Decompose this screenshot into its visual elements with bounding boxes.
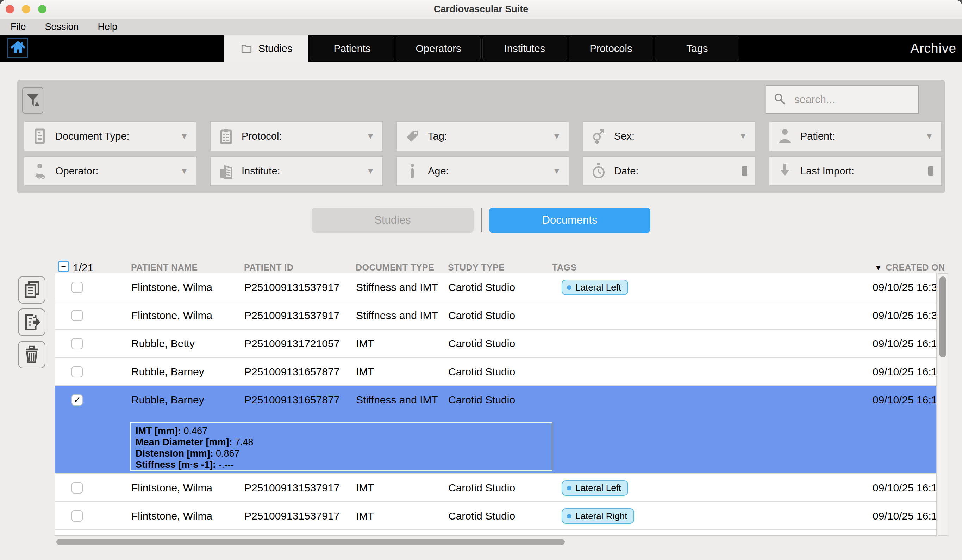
column-tags[interactable]: TAGS xyxy=(552,262,577,273)
column-study-type[interactable]: STUDY TYPE xyxy=(448,262,505,273)
row-checkbox[interactable] xyxy=(71,366,83,377)
copy-documents-icon xyxy=(22,280,41,300)
column-patient-name[interactable]: PATIENT NAME xyxy=(131,262,198,273)
detail-line: Stiffness [m·s -1]: -.--- xyxy=(136,459,547,470)
cell-created-on: 09/10/25 16:1 xyxy=(873,502,937,530)
menu-session[interactable]: Session xyxy=(45,21,79,32)
age-icon xyxy=(404,163,421,179)
cell-patient-id: P251009131537917 xyxy=(244,502,339,530)
export-button[interactable] xyxy=(18,309,45,336)
last-import-icon xyxy=(776,163,793,179)
tab-patients[interactable]: Patients xyxy=(310,36,394,61)
studies-toggle-button[interactable]: Studies xyxy=(312,208,474,233)
archive-label[interactable]: Archive xyxy=(910,35,956,62)
filter-patient[interactable]: Patient:▼ xyxy=(769,121,942,151)
documents-toggle-button[interactable]: Documents xyxy=(489,208,650,233)
detail-line: Distension [mm]: 0.867 xyxy=(136,448,547,459)
tag-dot-icon xyxy=(567,514,571,518)
chevron-down-icon: ▼ xyxy=(552,166,561,176)
filter-protocol[interactable]: Protocol:▼ xyxy=(210,121,383,151)
cell-created-on: 09/10/25 16:3 xyxy=(873,273,937,301)
filter-label: Institute: xyxy=(242,165,280,177)
tab-label: Protocols xyxy=(590,43,633,55)
window-title: Cardiovascular Suite xyxy=(0,0,962,18)
cell-patient-name: Flintstone, Wilma xyxy=(131,502,212,530)
cell-study-type: Carotid Studio xyxy=(448,273,515,301)
chevron-down-icon: ▼ xyxy=(552,131,561,141)
cell-document-type: IMT xyxy=(356,474,374,502)
filter-button[interactable] xyxy=(22,87,43,114)
table-row[interactable]: Rubble, BarneyP251009131657877IMTCarotid… xyxy=(55,358,936,386)
filter-lastimport[interactable]: Last Import: xyxy=(769,156,942,186)
column-document-type[interactable]: DOCUMENT TYPE xyxy=(356,262,434,273)
operator-icon xyxy=(31,163,48,179)
tab-protocols[interactable]: Protocols xyxy=(569,36,653,61)
patient-icon xyxy=(776,128,793,145)
copy-button[interactable] xyxy=(18,276,45,304)
tag-label: Lateral Left xyxy=(575,283,621,292)
toggle-divider xyxy=(481,208,482,232)
tag-label: Lateral Right xyxy=(575,512,627,521)
nav-bar: StudiesPatientsOperatorsInstitutesProtoc… xyxy=(0,35,962,62)
row-checkbox[interactable] xyxy=(71,338,83,349)
filter-documenttype[interactable]: Document Type:▼ xyxy=(24,121,197,151)
row-checkbox[interactable] xyxy=(71,282,83,293)
sex-icon xyxy=(590,128,607,145)
row-checkbox[interactable] xyxy=(71,310,83,321)
tag-chip[interactable]: Lateral Left xyxy=(562,280,628,295)
titlebar: Cardiovascular Suite xyxy=(0,0,962,18)
tab-studies[interactable]: Studies xyxy=(224,35,308,62)
tab-tags[interactable]: Tags xyxy=(655,36,739,61)
table-row[interactable]: Rubble, BettyP251009131721057IMTCarotid … xyxy=(55,330,936,358)
filter-date[interactable]: Date: xyxy=(583,156,755,186)
cell-document-type: Stiffness and IMT xyxy=(356,273,438,301)
row-checkbox[interactable] xyxy=(71,482,83,494)
chevron-down-icon: ▼ xyxy=(180,166,188,176)
detail-line: Mean Diameter [mm]: 7.48 xyxy=(136,436,547,448)
cell-study-type: Carotid Studio xyxy=(448,330,515,358)
menu-file[interactable]: File xyxy=(11,21,26,32)
search-icon xyxy=(773,92,787,107)
cell-study-type: Carotid Studio xyxy=(448,358,515,386)
collapse-all-button[interactable]: − xyxy=(58,261,69,272)
tab-institutes[interactable]: Institutes xyxy=(483,36,567,61)
cell-document-type: Stiffness and IMT xyxy=(356,386,438,414)
table-row[interactable]: ✓Rubble, BarneyP251009131657877Stiffness… xyxy=(55,386,936,474)
vertical-scrollbar[interactable] xyxy=(938,273,948,536)
row-checkbox[interactable] xyxy=(71,510,83,521)
table-row[interactable]: Flintstone, WilmaP251009131537917Stiffne… xyxy=(55,301,936,330)
filter-tag[interactable]: Tag:▼ xyxy=(397,121,569,151)
filter-operator[interactable]: Operator:▼ xyxy=(24,156,197,186)
tag-chip[interactable]: Lateral Right xyxy=(562,508,634,524)
cell-document-type: Stiffness and IMT xyxy=(356,301,438,330)
delete-button[interactable] xyxy=(18,341,45,368)
export-document-icon xyxy=(22,312,41,332)
menu-bar: FileSessionHelp xyxy=(0,19,962,35)
menu-help[interactable]: Help xyxy=(98,21,118,32)
app-window: Cardiovascular Suite FileSessionHelp Stu… xyxy=(0,0,962,560)
tag-dot-icon xyxy=(567,486,571,490)
home-button[interactable] xyxy=(7,38,28,58)
filter-label: Last Import: xyxy=(801,165,854,177)
tag-chip[interactable]: Lateral Left xyxy=(562,480,628,496)
search-input[interactable] xyxy=(794,93,912,106)
horizontal-scrollbar-thumb[interactable] xyxy=(56,539,565,545)
tab-operators[interactable]: Operators xyxy=(396,36,481,61)
institute-icon xyxy=(218,163,234,179)
table-row[interactable]: Flintstone, WilmaP251009131537917Stiffne… xyxy=(55,273,936,301)
column-created-on[interactable]: ▼ CREATED ON xyxy=(875,262,945,273)
filter-label: Tag: xyxy=(428,130,447,142)
table-row[interactable]: Flintstone, WilmaP251009131537917IMTCaro… xyxy=(55,502,936,530)
tab-label: Patients xyxy=(334,43,371,55)
row-checkbox[interactable]: ✓ xyxy=(71,394,83,406)
filter-sex[interactable]: Sex:▼ xyxy=(583,121,755,151)
table-row[interactable]: Flintstone, WilmaP251009131537917IMTCaro… xyxy=(55,474,936,502)
column-patient-id[interactable]: PATIENT ID xyxy=(244,262,293,273)
cell-study-type: Carotid Studio xyxy=(448,386,515,414)
filter-institute[interactable]: Institute:▼ xyxy=(210,156,383,186)
date-icon xyxy=(590,163,607,179)
table-row-partial xyxy=(55,530,936,536)
filter-age[interactable]: Age:▼ xyxy=(397,156,569,186)
cell-document-type: IMT xyxy=(356,330,374,358)
vertical-scrollbar-thumb[interactable] xyxy=(939,277,946,357)
